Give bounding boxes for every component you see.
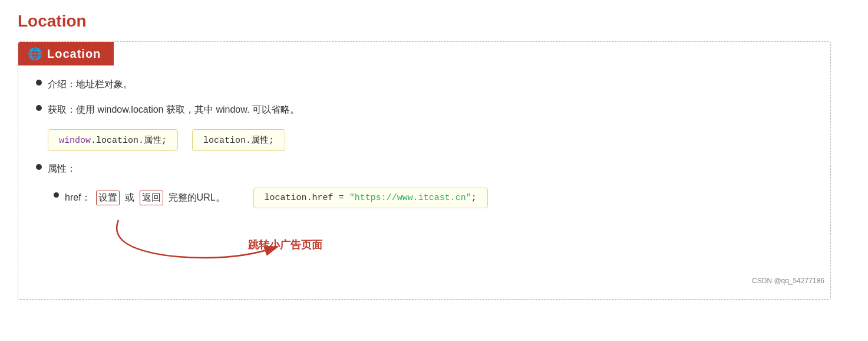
sub-bullet-dot-href <box>54 192 59 198</box>
bullet-get: 获取：使用 window.location 获取，其中 window. 可以省略… <box>36 101 813 151</box>
code-window-purple: window <box>59 136 91 146</box>
href-desc: 完整的URL。 <box>169 192 225 204</box>
bullet-intro: 介绍：地址栏对象。 <box>36 76 813 92</box>
intro-text: 介绍：地址栏对象。 <box>48 76 133 92</box>
code-box-location: location.属性; <box>192 129 285 151</box>
href-or: 或 <box>125 192 134 204</box>
bullet-dot-get <box>36 105 42 111</box>
href-label: href： <box>65 192 91 204</box>
card-header: 🌐 Location <box>18 42 114 65</box>
bullet-dot-props <box>36 164 42 170</box>
props-text: 属性： <box>48 160 76 176</box>
bullet-props: 属性： href： 设置 或 返回 完整的URL。 location.href … <box>36 160 813 267</box>
code-box-href: location.href = "https://www.itcast.cn"; <box>253 188 488 208</box>
annotation-text: 跳转小广告页面 <box>248 238 322 252</box>
highlight-return: 返回 <box>140 191 163 205</box>
content-card: 🌐 Location 介绍：地址栏对象。 获取：使用 window.locati… <box>18 41 831 300</box>
bullet-dot-intro <box>36 80 42 86</box>
href-content: href： 设置 或 返回 完整的URL。 location.href = "h… <box>65 188 488 208</box>
code-href-url: "https://www.itcast.cn" <box>349 193 471 203</box>
csdn-credit: CSDN @qq_54277186 <box>18 277 830 285</box>
card-content: 介绍：地址栏对象。 获取：使用 window.location 获取，其中 wi… <box>18 76 830 267</box>
code-boxes-row: window.location.属性; location.属性; <box>48 129 285 151</box>
globe-icon: 🌐 <box>28 47 42 61</box>
sub-bullet-href: href： 设置 或 返回 完整的URL。 location.href = "h… <box>54 188 488 208</box>
code-href-pre: location.href = <box>265 193 349 203</box>
code-window-suffix: .location.属性; <box>91 136 167 146</box>
get-text: 获取：使用 window.location 获取，其中 window. 可以省略… <box>48 101 299 117</box>
code-location-text: location.属性; <box>203 136 274 146</box>
page-title: Location <box>18 12 850 31</box>
code-box-window: window.location.属性; <box>48 129 178 151</box>
highlight-set: 设置 <box>96 191 120 205</box>
code-href-semi: ; <box>471 193 477 203</box>
card-header-title: Location <box>47 47 101 61</box>
